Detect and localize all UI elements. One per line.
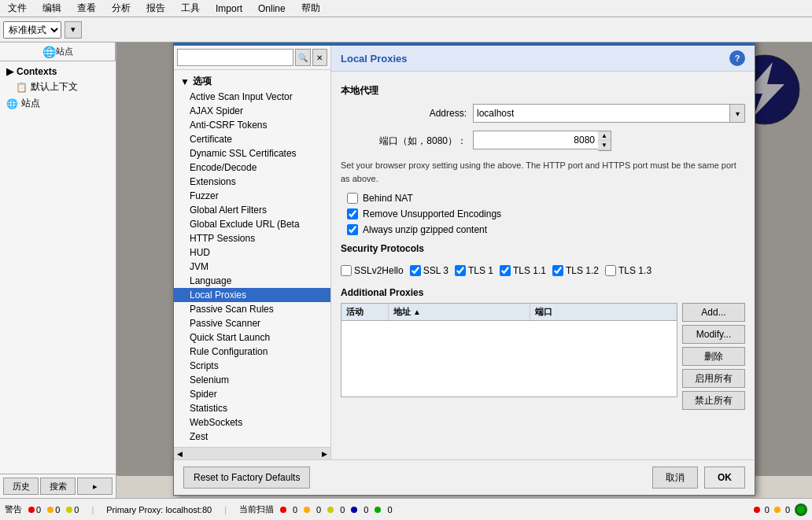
tree-item-passive-scan-rules[interactable]: Passive Scan Rules — [174, 302, 330, 316]
alert-label: 警告 — [5, 503, 22, 515]
always-unzip-row: Always unzip gzipped content — [341, 224, 745, 235]
behind-nat-checkbox[interactable] — [347, 193, 358, 204]
red-alert-badge: 0 — [28, 505, 41, 514]
tree-item-active-scan-input[interactable]: Active Scan Input Vector — [174, 90, 330, 104]
tree-item-global-exclude-url[interactable]: Global Exclude URL (Beta — [174, 217, 330, 231]
disable-all-proxies-button[interactable]: 禁止所有 — [682, 391, 745, 410]
proto-tls1-label: TLS 1 — [468, 265, 493, 276]
tree-item-selenium[interactable]: Selenium — [174, 373, 330, 387]
menu-import[interactable]: Import — [211, 2, 247, 16]
menu-analyze[interactable]: 分析 — [107, 0, 135, 17]
tree-clear-button[interactable]: ✕ — [312, 49, 328, 66]
proto-sslv2hello-checkbox[interactable] — [341, 265, 352, 276]
toolbar-dropdown-btn[interactable]: ▾ — [65, 21, 82, 39]
dialog-bottom: Reset to Factory Defaults 取消 OK — [174, 459, 755, 495]
th-port[interactable]: 端口 — [530, 304, 677, 320]
tree-item-anti-csrf[interactable]: Anti-CSRF Tokens — [174, 118, 330, 132]
tree-item-ajax-spider[interactable]: AJAX Spider — [174, 104, 330, 118]
port-input[interactable] — [473, 131, 598, 149]
menu-edit[interactable]: 编辑 — [38, 0, 66, 17]
proto-tls1-checkbox[interactable] — [455, 265, 466, 276]
right-count1: 0 — [765, 505, 770, 514]
additional-proxies-title: Additional Proxies — [341, 287, 745, 298]
add-proxy-button[interactable]: Add... — [682, 303, 745, 322]
menu-file[interactable]: 文件 — [3, 0, 31, 17]
tree-item-local-proxies[interactable]: Local Proxies — [174, 288, 330, 302]
right-red-dot — [754, 507, 760, 513]
remove-encodings-label: Remove Unsupported Encodings — [363, 208, 501, 219]
remove-encodings-row: Remove Unsupported Encodings — [341, 208, 745, 219]
options-dialog: 选项 × 🔍 ✕ ▼ — [173, 42, 755, 496]
extra-tab-btn[interactable]: ▸ — [77, 478, 113, 495]
right-count2: 0 — [785, 505, 790, 514]
search-tab-btn[interactable]: 搜索 — [40, 478, 76, 495]
remove-encodings-checkbox[interactable] — [347, 208, 358, 219]
sidebar-item-contexts[interactable]: ▶ Contexts — [0, 65, 116, 79]
cancel-button[interactable]: 取消 — [652, 467, 698, 489]
ok-button[interactable]: OK — [704, 467, 745, 489]
tree-item-websockets[interactable]: WebSockets — [174, 415, 330, 430]
tree-item-scripts[interactable]: Scripts — [174, 359, 330, 373]
tree-item-quick-start[interactable]: Quick Start Launch — [174, 330, 330, 345]
proto-tls13-checkbox[interactable] — [605, 265, 616, 276]
tree-search-button[interactable]: 🔍 — [295, 49, 311, 66]
port-label: 端口（如，8080）： — [341, 135, 467, 148]
port-down-btn[interactable]: ▼ — [598, 141, 611, 150]
menu-view[interactable]: 查看 — [72, 0, 101, 17]
tree-item-zest[interactable]: Zest — [174, 430, 330, 444]
tree-item-fuzzer[interactable]: Fuzzer — [174, 189, 330, 203]
sidebar-item-default-context[interactable]: 📋 默认上下文 — [0, 79, 116, 95]
tree-item-spider[interactable]: Spider — [174, 387, 330, 401]
tree-item-rule-config[interactable]: Rule Configuration — [174, 345, 330, 359]
menu-report[interactable]: 报告 — [142, 0, 170, 17]
dialog-tree: 🔍 ✕ ▼ 选项 Active Scan Input Vector — [174, 46, 331, 459]
main-layout: 🌐 站点 ▶ Contexts 📋 默认上下文 🌐 站点 历史 搜索 ▸ — [0, 42, 812, 498]
tree-item-http-sessions[interactable]: HTTP Sessions — [174, 231, 330, 245]
address-row: Address: ▾ — [341, 104, 745, 123]
dialog-right-panel: Local Proxies ? 本地代理 Address: — [331, 46, 755, 459]
port-spinner: ▲ ▼ — [598, 131, 611, 151]
menu-tools[interactable]: 工具 — [176, 0, 205, 17]
tree-item-extensions[interactable]: Extensions — [174, 175, 330, 189]
help-button[interactable]: ? — [729, 50, 745, 66]
always-unzip-checkbox[interactable] — [347, 224, 358, 235]
tree-search-input[interactable] — [177, 49, 293, 66]
right-status-area: 0 0 — [754, 503, 807, 516]
proto-tls11-checkbox[interactable] — [500, 265, 511, 276]
tree-item-global-alert-filters[interactable]: Global Alert Filters — [174, 203, 330, 217]
proto-ssl3-checkbox[interactable] — [410, 265, 421, 276]
proto-tls12-checkbox[interactable] — [552, 265, 563, 276]
sidebar-tab-sites[interactable]: 🌐 站点 — [0, 42, 116, 61]
proto-tls12: TLS 1.2 — [552, 265, 599, 276]
tree-item-hud[interactable]: HUD — [174, 245, 330, 260]
address-input[interactable] — [473, 104, 729, 123]
th-address[interactable]: 地址 ▲ — [389, 304, 530, 320]
tree-item-passive-scanner[interactable]: Passive Scanner — [174, 316, 330, 330]
tree-item-dynamic-ssl[interactable]: Dynamic SSL Certificates — [174, 146, 330, 160]
proto-ssl3: SSL 3 — [410, 265, 448, 276]
tree-item-jvm[interactable]: JVM — [174, 260, 330, 274]
modify-proxy-button[interactable]: Modify... — [682, 325, 745, 344]
th-active[interactable]: 活动 — [341, 304, 389, 320]
tree-item-statistics[interactable]: Statistics — [174, 401, 330, 415]
delete-proxy-button[interactable]: 删除 — [682, 347, 745, 366]
port-up-btn[interactable]: ▲ — [598, 131, 611, 141]
tree-item-language[interactable]: Language — [174, 274, 330, 288]
tree-item-certificate[interactable]: Certificate — [174, 132, 330, 146]
proxy-status: Primary Proxy: localhost:80 — [106, 505, 212, 514]
dialog-action-buttons: 取消 OK — [652, 467, 745, 489]
menu-help[interactable]: 帮助 — [297, 0, 325, 17]
red-dot — [28, 507, 35, 513]
orange-alert-badge: 0 — [47, 505, 60, 514]
history-tab-btn[interactable]: 历史 — [3, 478, 39, 495]
enable-all-proxies-button[interactable]: 启用所有 — [682, 369, 745, 388]
tree-item-options-root[interactable]: ▼ 选项 — [174, 73, 330, 90]
tree-scrollbar[interactable]: ◀ ▶ — [174, 447, 330, 459]
reset-factory-defaults-button[interactable]: Reset to Factory Defaults — [183, 467, 310, 489]
sidebar-item-sites[interactable]: 🌐 站点 — [0, 95, 116, 112]
menu-online[interactable]: Online — [253, 2, 290, 16]
tree-item-encode-decode[interactable]: Encode/Decode — [174, 160, 330, 175]
address-dropdown-btn[interactable]: ▾ — [729, 104, 745, 123]
mode-select[interactable]: 标准模式 攻击模式 安全模式 — [3, 21, 61, 39]
scan-count1: 0 — [293, 505, 297, 514]
